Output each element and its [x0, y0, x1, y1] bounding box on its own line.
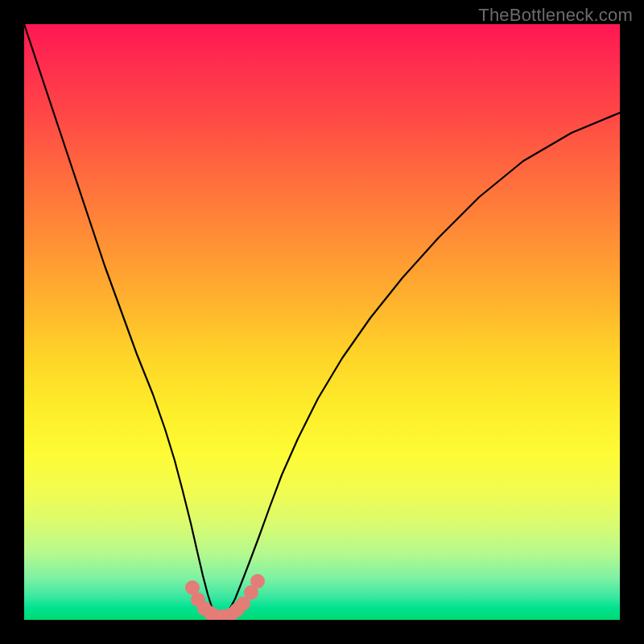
watermark-label: TheBottleneck.com — [478, 5, 633, 26]
plot-area — [24, 24, 620, 620]
marker-dot — [250, 574, 265, 588]
chart-frame: TheBottleneck.com — [0, 0, 644, 644]
curve-markers — [24, 24, 620, 620]
